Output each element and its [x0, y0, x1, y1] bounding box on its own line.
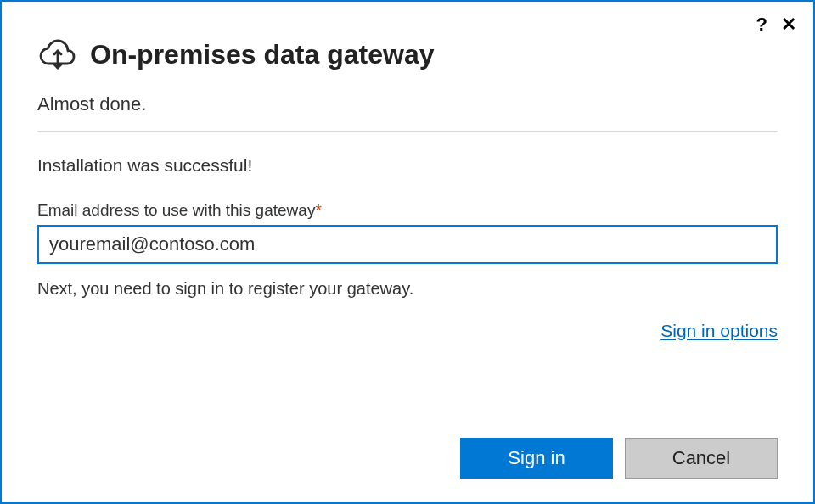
cloud-gateway-icon [37, 34, 78, 75]
subtitle: Almost done. [37, 93, 778, 132]
dialog-header: On-premises data gateway [37, 34, 778, 75]
install-status-message: Installation was successful! [37, 155, 778, 176]
cancel-button[interactable]: Cancel [625, 438, 778, 479]
close-icon[interactable]: ✕ [781, 15, 796, 34]
signin-options-link[interactable]: Sign in options [660, 321, 778, 340]
app-title: On-premises data gateway [90, 39, 434, 70]
next-step-message: Next, you need to sign in to register yo… [37, 279, 778, 299]
titlebar-controls: ? ✕ [756, 14, 796, 36]
button-row: Sign in Cancel [460, 438, 778, 479]
signin-button[interactable]: Sign in [460, 438, 613, 479]
link-row: Sign in options [37, 321, 778, 341]
email-input[interactable] [37, 225, 778, 264]
help-icon[interactable]: ? [756, 14, 767, 36]
required-asterisk: * [315, 201, 321, 219]
email-field-label: Email address to use with this gateway* [37, 201, 778, 220]
gateway-installer-dialog: ? ✕ On-premises data gateway Almost done… [0, 0, 815, 504]
email-label-text: Email address to use with this gateway [37, 201, 315, 219]
